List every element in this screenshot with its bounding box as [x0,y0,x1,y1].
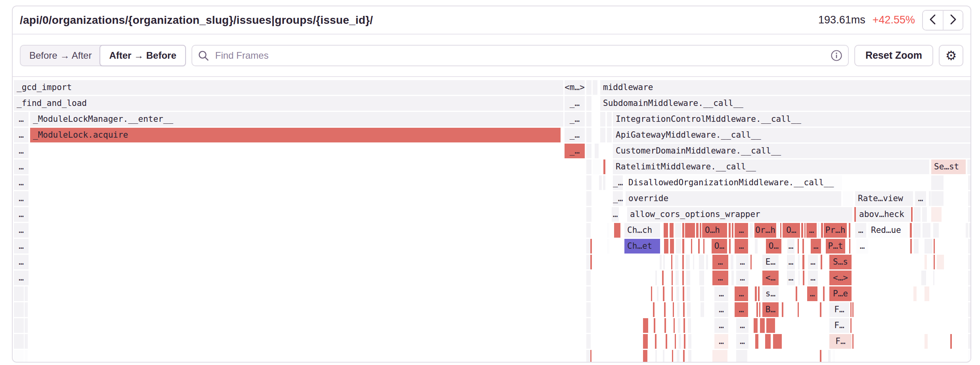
flame-frame[interactable] [590,255,592,269]
flame-frame[interactable] [607,239,609,254]
flame-frame[interactable]: s… [762,286,779,301]
flame-frame[interactable] [683,302,685,317]
flame-frame[interactable] [758,286,760,301]
flame-frame[interactable]: … [712,271,728,285]
toggle-before-after[interactable]: Before → After [21,46,100,65]
flame-frame[interactable]: E… [762,255,779,269]
flame-frame[interactable] [654,318,655,333]
settings-button[interactable]: ⚙ [939,45,963,66]
flame-frame[interactable] [586,96,591,111]
flame-frame[interactable] [25,318,28,333]
flame-frame[interactable] [586,159,591,174]
flame-frame[interactable]: … [14,159,29,174]
flame-frame[interactable]: SubdomainMiddleware.__call__ [600,96,970,111]
flame-frame[interactable] [968,302,970,317]
flame-frame[interactable] [931,207,942,222]
flame-frame[interactable] [967,159,971,174]
flame-frame[interactable] [603,159,605,174]
flame-frame[interactable] [833,350,835,363]
flame-frame[interactable]: … [714,302,728,317]
flame-frame[interactable] [924,286,929,301]
flame-frame[interactable] [849,223,850,238]
flame-frame[interactable] [664,302,666,317]
flame-frame[interactable] [643,318,648,333]
flame-frame[interactable] [802,239,804,254]
flame-frame[interactable] [732,223,733,238]
flame-frame[interactable]: O… [712,239,727,254]
flame-frame[interactable] [663,255,665,269]
flame-frame[interactable]: … [14,271,29,285]
flame-frame[interactable] [688,318,691,333]
flame-frame[interactable] [804,223,806,238]
flame-frame[interactable]: DisallowedOrganizationMiddleware.__call_… [626,175,842,190]
flame-frame[interactable] [593,159,601,174]
flame-frame[interactable]: … [735,223,748,238]
flame-frame[interactable] [586,334,591,349]
flame-frame[interactable] [678,318,680,333]
flame-frame[interactable]: F… [829,318,849,333]
flame-frame[interactable] [14,350,24,363]
flame-frame[interactable] [759,302,760,317]
flame-frame[interactable] [731,271,734,285]
flame-frame[interactable] [968,318,970,333]
flame-frame[interactable] [731,255,733,269]
flame-frame[interactable]: <… [762,271,779,285]
flame-frame[interactable] [821,223,823,238]
flame-frame[interactable]: _… [613,191,623,206]
flame-frame[interactable] [676,286,679,301]
flame-frame[interactable]: … [736,334,748,349]
flame-frame[interactable] [676,271,679,285]
flame-frame[interactable] [25,302,28,317]
flame-frame[interactable] [931,175,944,190]
flame-frame[interactable] [922,207,927,222]
flame-frame[interactable] [780,223,781,238]
flame-frame[interactable] [914,207,921,222]
flame-frame[interactable]: _… [565,96,585,111]
flame-frame[interactable] [828,350,831,363]
flame-frame[interactable] [643,334,648,349]
flame-frame[interactable] [664,223,668,238]
flame-frame[interactable] [672,286,673,301]
flame-frame[interactable]: allow_cors_options_wrapper [627,207,852,222]
flame-frame[interactable] [607,223,609,238]
flame-frame[interactable]: Or…h [754,223,776,238]
flame-frame[interactable] [750,255,752,269]
flame-frame[interactable]: ApiGatewayMiddleware.__call__ [613,128,970,142]
flame-frame[interactable] [796,286,797,301]
flame-frame[interactable] [586,223,591,238]
flame-frame[interactable] [586,175,591,190]
flame-frame[interactable]: Rate…view [855,191,913,206]
flame-frame[interactable] [686,255,690,269]
flame-frame[interactable] [600,112,605,127]
flame-frame[interactable]: Ch…et [624,239,660,254]
flame-frame[interactable]: … [856,239,868,254]
flame-frame[interactable] [682,223,684,238]
flame-frame[interactable] [849,239,850,254]
flame-frame[interactable] [801,223,803,238]
flame-frame[interactable] [698,239,700,254]
flame-frame[interactable] [691,239,692,254]
flame-frame[interactable]: … [787,239,794,254]
flame-frame[interactable] [675,255,678,269]
flame-frame[interactable] [755,286,757,301]
flame-frame[interactable] [586,255,590,269]
flame-frame[interactable] [586,239,590,254]
flame-frame[interactable] [934,239,935,254]
flame-frame[interactable]: … [736,318,748,333]
flame-frame[interactable] [937,255,944,269]
flame-frame[interactable] [755,334,758,349]
flame-frame[interactable]: O… [766,239,781,254]
flame-frame[interactable] [673,302,674,317]
flame-frame[interactable] [968,255,970,269]
flame-frame[interactable] [586,191,591,206]
flame-frame[interactable] [950,334,952,349]
flame-frame[interactable] [675,223,681,238]
flame-frame[interactable] [924,255,927,269]
flame-frame[interactable] [929,191,931,206]
flame-frame[interactable] [664,318,666,333]
flame-frame[interactable] [703,239,704,254]
flame-frame[interactable]: _ModuleLock.acquire [30,128,561,142]
flame-frame[interactable] [821,255,822,269]
flame-frame[interactable]: … [787,271,795,285]
flame-frame[interactable] [933,223,939,238]
